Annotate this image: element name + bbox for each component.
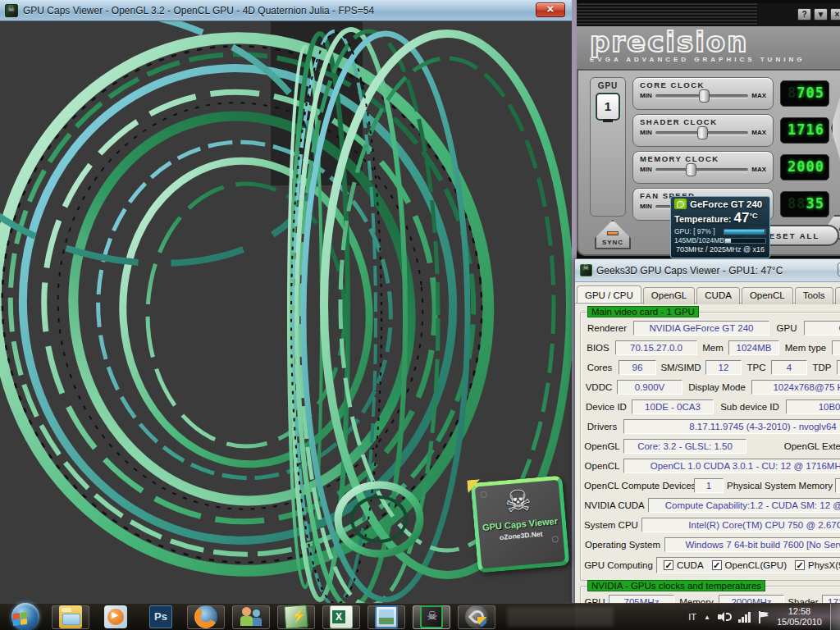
taskbar-icon-img[interactable] — [368, 605, 405, 629]
checkbox-item[interactable]: ✓PhysX(9100) — [795, 560, 840, 570]
taskbar-icon-util[interactable] — [458, 605, 495, 629]
app-icon — [580, 264, 592, 276]
skull-icon: ☠ — [475, 482, 561, 522]
precision-titlebar[interactable]: ? ▼ × — [577, 3, 840, 26]
checkbox[interactable]: ✓ — [795, 560, 805, 570]
network-icon[interactable] — [738, 612, 751, 623]
gpu-selector-label: GPU — [591, 81, 625, 90]
chevron-down-icon[interactable]: ▼ — [814, 8, 828, 21]
field-label: Cores — [584, 363, 615, 372]
field-value: Intel(R) Core(TM) CPU 750 @ 2.67GHz — [641, 518, 840, 532]
led-display-fan-speed: 888835 — [780, 191, 829, 217]
tab-bar: GPU / CPUOpenGLCUDAOpenCLToolsAbout — [575, 282, 840, 304]
tab-cuda[interactable]: CUDA — [696, 287, 740, 304]
slider-panel-shader-clock: SHADER CLOCKMINMAX — [632, 114, 774, 147]
taskbar-icon-wmp[interactable] — [97, 605, 135, 629]
gpu-usage-bar — [724, 229, 766, 235]
field-label: Mem — [701, 343, 725, 353]
clock[interactable]: 12:58 15/05/2010 — [777, 606, 827, 628]
tab-opengl[interactable]: OpenGL — [643, 287, 695, 304]
sync-button[interactable]: SYNC — [595, 220, 631, 249]
show-desktop-button[interactable] — [830, 604, 840, 630]
tab-tools[interactable]: Tools — [795, 287, 833, 304]
slider-row: MINMAX — [640, 92, 766, 99]
close-icon[interactable] — [536, 2, 565, 17]
memory-usage-bar — [724, 238, 766, 244]
table-row: VDDC0.900VDisplay Mode1024x768@75 Hz-32 … — [584, 380, 840, 395]
volume-icon[interactable] — [718, 611, 731, 623]
field-value: GDDR5 — [832, 340, 840, 355]
field-label: Mem type — [783, 343, 829, 353]
taskbar-icon-xl[interactable] — [322, 605, 360, 629]
close-icon[interactable]: × — [830, 8, 840, 21]
hidden-icons-arrow[interactable]: ▲ — [704, 614, 710, 621]
wmp-icon — [104, 605, 127, 628]
nvidia-gpu-tooltip: GeForce GT 240 Temperature: 47°C GPU: [ … — [670, 196, 770, 258]
slider-label: CORE CLOCK — [640, 80, 766, 89]
gpu-selector: GPU 1 — [590, 77, 626, 217]
gpu-caps-demo-window: GPU Caps Viewer - OpenGL 3.2 - OpenCL GP… — [0, 0, 577, 603]
field-label: OpenCL — [584, 461, 620, 471]
checkbox-item[interactable]: ✓CUDA — [664, 560, 704, 570]
tab-opencl[interactable]: OpenCL — [742, 287, 793, 304]
demo-titlebar[interactable]: GPU Caps Viewer - OpenGL 3.2 - OpenCL GP… — [0, 0, 572, 21]
field-value: 96 — [619, 360, 656, 375]
taskbar-icon-ff[interactable] — [187, 605, 225, 629]
nvidia-logo-icon — [674, 199, 687, 209]
field-label: System CPU — [584, 520, 638, 530]
field-label: NVIDIA CUDA — [584, 500, 645, 510]
field-label: GPU — [773, 323, 801, 333]
tooltip-clocks: 703MHz / 2025MHz @ x16 — [674, 245, 766, 253]
tab-gpu-cpu[interactable]: GPU / CPU — [577, 285, 641, 303]
slider-track[interactable] — [655, 94, 749, 98]
field-label: SM/SIMD — [660, 363, 702, 372]
language-indicator[interactable]: IT — [688, 612, 696, 622]
taskbar-icon-caps[interactable] — [413, 605, 450, 629]
checkbox-item[interactable]: ✓OpenCL(GPU) — [712, 560, 787, 570]
table-row: Cores96SM/SIMD12TPC4TDP — [584, 360, 840, 375]
taskbar-icon-ps[interactable]: Ps — [142, 605, 180, 629]
group-box: Main video card - 1 GPURendererNVIDIA Ge… — [580, 312, 840, 581]
opengl-extensions-button[interactable]: OpenGL Extensions — [750, 441, 840, 451]
taskbar: Ps IT ▲ 12:58 15/05/2010 — [0, 603, 840, 630]
slider-handle[interactable] — [697, 126, 708, 139]
slider-handle[interactable] — [686, 163, 696, 176]
table-row: Drivers8.17.11.9745 (4-3-2010) - nvoglv6… — [584, 419, 840, 434]
group-title: NVIDIA - GPUs clocks and temperatures — [587, 580, 765, 591]
slider-track[interactable] — [655, 168, 749, 171]
caps-titlebar[interactable]: Geeks3D GPU Caps Viewer - GPU1: 47°C — [575, 259, 840, 282]
max-label: MAX — [751, 166, 766, 173]
slider-track[interactable] — [655, 131, 749, 135]
taskbar-icon-start[interactable] — [7, 605, 44, 629]
tab-about[interactable]: About — [835, 287, 840, 304]
field-label: GPU Computing — [584, 560, 653, 570]
field-label: BIOS — [584, 343, 612, 353]
slider-handle[interactable] — [699, 89, 710, 103]
field-value: OpenCL 1.0 CUDA 3.0.1 - CU: 12 @ 1716MHz… — [623, 459, 840, 473]
checkbox[interactable]: ✓ — [712, 560, 722, 570]
field-value: 1 — [694, 478, 724, 493]
taskbar-icon-msn[interactable] — [232, 605, 270, 629]
field-label: Display Mode — [686, 382, 748, 392]
explorer-icon — [59, 605, 82, 628]
checkbox-label: CUDA — [677, 560, 704, 570]
field-label: Sub device ID — [717, 402, 783, 412]
min-label: MIN — [640, 129, 652, 136]
field-value: 8.17.11.9745 (4-3-2010) - nvoglv64 — [623, 419, 840, 434]
field-value: Core: 3.2 - GLSL: 1.50 — [623, 439, 746, 454]
tooltip-temp-label: Temperature: — [674, 214, 731, 224]
tooltip-gpu-name: GeForce GT 240 — [690, 199, 762, 209]
help-icon[interactable]: ? — [797, 8, 811, 21]
max-label: MAX — [751, 92, 766, 99]
caps-icon — [420, 605, 443, 628]
slider-row: MINMAX — [640, 166, 766, 173]
field-value: GT215 — [804, 321, 840, 336]
gpu-1-button[interactable]: 1 — [596, 93, 620, 121]
taskbar-icon-explorer[interactable] — [52, 605, 89, 629]
table-row: GPU Computing✓CUDA✓OpenCL(GPU)✓PhysX(910… — [584, 557, 840, 573]
taskbar-icon-notes[interactable] — [277, 605, 315, 629]
checkbox[interactable]: ✓ — [664, 560, 673, 570]
table-row: OpenCL Compute Devices1Physical System M… — [584, 478, 840, 493]
windows-flag-icon — [13, 611, 28, 627]
action-center-flag-icon[interactable] — [758, 611, 769, 623]
